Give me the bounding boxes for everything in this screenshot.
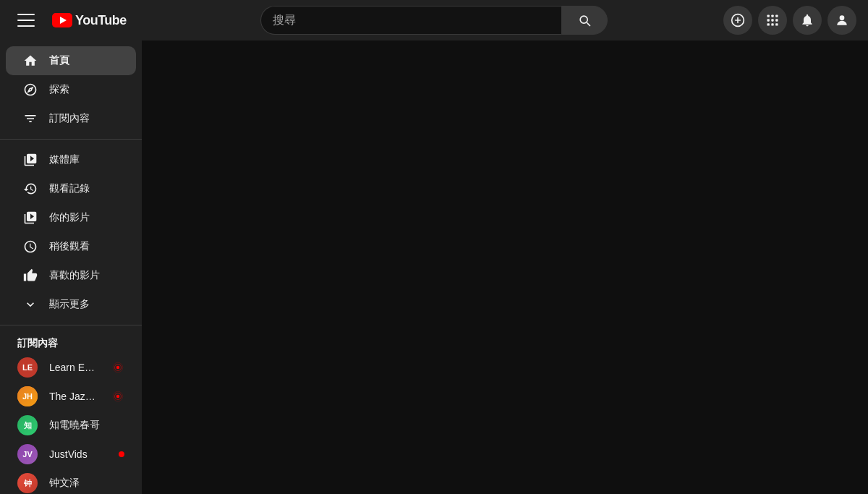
search-input[interactable] <box>260 6 561 35</box>
subscription-item-zhong[interactable]: 钟 钟文泽 <box>6 469 136 494</box>
sidebar-item-liked[interactable]: 喜歡的影片 <box>6 261 136 290</box>
justvids-avatar: JV <box>17 444 38 464</box>
svg-rect-10 <box>775 15 778 17</box>
svg-rect-2 <box>17 25 35 27</box>
video-create-icon <box>731 13 745 27</box>
search-icon <box>577 13 592 27</box>
youtube-wordmark: YouTube <box>75 13 127 28</box>
svg-rect-8 <box>767 15 770 17</box>
sidebar-item-library[interactable]: 媒體庫 <box>6 145 136 174</box>
sidebar-item-subscriptions[interactable]: 訂閱內容 <box>6 104 136 133</box>
sidebar: 首頁 探索 訂閱內容 媒體庫 觀看記錄 <box>0 41 142 494</box>
youtube-logo[interactable]: YouTube <box>52 13 127 28</box>
history-label: 觀看記錄 <box>49 182 90 195</box>
jazz-hop-avatar: JH <box>17 386 38 406</box>
divider-2 <box>0 325 142 325</box>
watch-later-label: 稍後觀看 <box>49 240 90 253</box>
main-content <box>142 41 868 494</box>
subscription-item-learn-english[interactable]: LE Learn English with... <box>6 353 136 382</box>
header-icon-btn-4[interactable] <box>827 6 856 35</box>
show-more-label: 顯示更多 <box>49 298 90 311</box>
sidebar-item-home[interactable]: 首頁 <box>6 46 136 75</box>
sidebar-item-watch-later[interactable]: 稍後觀看 <box>6 232 136 261</box>
header-center <box>165 6 703 35</box>
svg-rect-11 <box>767 19 770 21</box>
watch-later-icon <box>23 239 38 254</box>
history-icon <box>23 182 38 196</box>
chevron-down-icon <box>23 297 38 312</box>
live-icon-learn-english <box>111 361 124 374</box>
svg-point-21 <box>116 395 120 399</box>
subscription-item-justvids[interactable]: JV JustVids <box>6 440 136 469</box>
svg-rect-0 <box>17 14 35 15</box>
svg-rect-12 <box>771 19 773 21</box>
zhidian-name: 知電曉春哥 <box>49 419 124 432</box>
header: YouTube <box>0 0 868 41</box>
sidebar-item-explore[interactable]: 探索 <box>6 75 136 104</box>
explore-icon <box>23 82 38 97</box>
home-label: 首頁 <box>49 54 69 67</box>
zhong-name: 钟文泽 <box>49 477 124 490</box>
header-icon-btn-2[interactable] <box>758 6 787 35</box>
subscription-item-zhidian[interactable]: 知 知電曉春哥 <box>6 411 136 440</box>
svg-rect-13 <box>775 19 778 21</box>
divider-1 <box>0 139 142 140</box>
liked-icon <box>23 268 38 283</box>
header-left: YouTube <box>12 6 153 35</box>
account-icon <box>835 13 849 27</box>
svg-rect-1 <box>17 20 35 21</box>
hamburger-icon <box>17 12 35 29</box>
menu-button[interactable] <box>12 6 41 35</box>
svg-point-18 <box>116 366 120 370</box>
svg-rect-9 <box>771 15 773 17</box>
zhidian-avatar: 知 <box>17 415 38 435</box>
main-layout: 首頁 探索 訂閱內容 媒體庫 觀看記錄 <box>0 41 868 494</box>
explore-label: 探索 <box>49 83 69 96</box>
jazz-hop-name: The Jazz Hop Café <box>49 391 100 402</box>
search-bar <box>260 6 608 35</box>
sidebar-item-history[interactable]: 觀看記錄 <box>6 174 136 203</box>
svg-point-17 <box>840 15 845 20</box>
your-videos-icon <box>23 210 38 225</box>
sidebar-show-more[interactable]: 顯示更多 <box>6 290 136 319</box>
svg-rect-15 <box>771 23 773 25</box>
header-right <box>715 6 856 35</box>
zhong-avatar: 钟 <box>17 473 38 493</box>
subscriptions-label: 訂閱內容 <box>49 112 90 125</box>
learn-english-name: Learn English with... <box>49 362 100 373</box>
library-icon <box>23 153 38 167</box>
subscription-item-jazz-hop[interactable]: JH The Jazz Hop Café <box>6 382 136 411</box>
library-label: 媒體庫 <box>49 153 80 166</box>
youtube-icon <box>52 13 72 27</box>
notification-icon <box>800 13 814 27</box>
new-badge-justvids <box>119 451 124 457</box>
your-videos-label: 你的影片 <box>49 211 90 224</box>
apps-icon <box>765 13 780 27</box>
justvids-name: JustVids <box>49 448 107 460</box>
home-icon <box>23 54 38 68</box>
svg-rect-16 <box>775 23 778 25</box>
learn-english-avatar: LE <box>17 357 38 378</box>
live-icon-jazz-hop <box>111 390 124 403</box>
svg-rect-14 <box>767 23 770 25</box>
subscriptions-section-title: 訂閱內容 <box>0 331 142 353</box>
subscriptions-icon <box>23 111 38 126</box>
sidebar-item-your-videos[interactable]: 你的影片 <box>6 203 136 232</box>
header-icon-btn-1[interactable] <box>723 6 752 35</box>
search-button[interactable] <box>561 6 608 35</box>
header-icon-btn-3[interactable] <box>793 6 822 35</box>
liked-label: 喜歡的影片 <box>49 269 100 282</box>
